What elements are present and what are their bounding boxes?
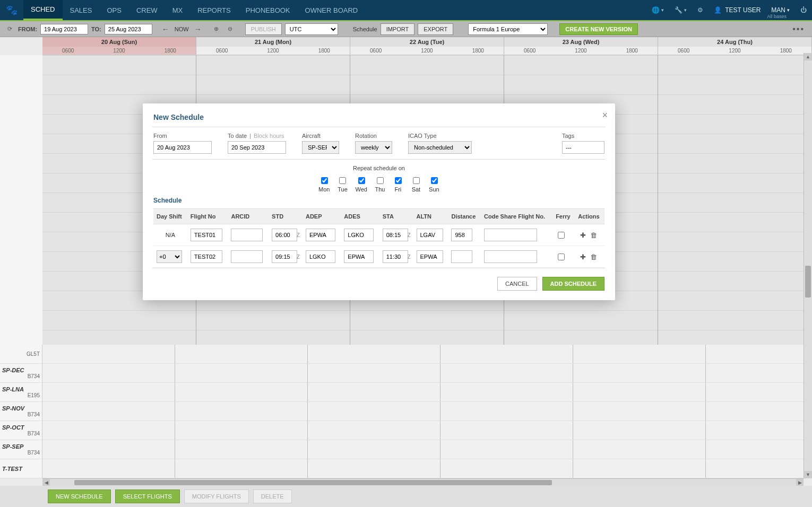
nav-reports[interactable]: REPORTS	[190, 0, 238, 20]
aircraft-lane[interactable]	[42, 402, 804, 421]
codeshare-input[interactable]	[484, 250, 537, 263]
man-menu[interactable]: MAN▾	[766, 6, 795, 14]
aircraft-lane[interactable]	[42, 421, 804, 440]
toolbar: ⟳ FROM: TO: ← NOW → ⊕ ⊖ PUBLISH UTC Sche…	[0, 21, 812, 37]
next-arrow-icon[interactable]: →	[194, 25, 202, 33]
aircraft-lane[interactable]	[42, 345, 804, 364]
aircraft-lane[interactable]	[42, 364, 804, 383]
day-checkbox-tue[interactable]	[339, 177, 346, 184]
aircraft-row[interactable]: SP-LNAE195	[0, 383, 42, 402]
day-sat[interactable]: Sat	[411, 176, 421, 193]
user-menu[interactable]: 👤 TEST USER	[709, 6, 766, 14]
publish-button[interactable]: PUBLISH	[245, 23, 282, 35]
modal-from-input[interactable]	[153, 141, 212, 154]
from-date-input[interactable]	[40, 24, 88, 34]
timezone-select[interactable]: UTC	[285, 23, 338, 35]
day-thu[interactable]: Thu	[375, 176, 385, 193]
add-schedule-button[interactable]: ADD SCHEDULE	[542, 277, 604, 291]
ferry-checkbox[interactable]	[558, 254, 565, 260]
vertical-scrollbar[interactable]: ▲ ▼	[804, 53, 812, 478]
rotation-select[interactable]: weekly	[355, 141, 392, 154]
delete-row-icon[interactable]: 🗑	[588, 231, 599, 239]
power-icon[interactable]: ⏻	[795, 0, 812, 20]
aircraft-row[interactable]: T-TEST	[0, 459, 42, 478]
codeshare-input[interactable]	[484, 229, 537, 241]
aircraft-row[interactable]: SP-NOVB734	[0, 402, 42, 421]
gear-icon[interactable]: ⚙	[692, 0, 709, 20]
nav-phonebook[interactable]: PHONEBOOK	[238, 0, 298, 20]
close-icon[interactable]: ×	[602, 110, 608, 121]
tags-input[interactable]	[562, 141, 604, 154]
nav-crew[interactable]: CREW	[129, 0, 165, 20]
to-date-input[interactable]	[105, 24, 152, 34]
aircraft-row[interactable]: GL5T	[0, 345, 42, 364]
day-label: Tue	[337, 186, 348, 193]
delete-button[interactable]: DELETE	[253, 489, 292, 503]
nav-ops[interactable]: OPS	[99, 0, 128, 20]
now-button[interactable]: NOW	[172, 26, 191, 32]
import-button[interactable]: IMPORT	[381, 23, 415, 35]
aircraft-row[interactable]: SP-DECB734	[0, 364, 42, 383]
day-mon[interactable]: Mon	[318, 176, 330, 193]
arcid-input[interactable]	[231, 250, 263, 263]
day-checkbox-wed[interactable]	[358, 177, 365, 184]
ades-input[interactable]	[344, 250, 374, 263]
day-checkbox-sun[interactable]	[431, 177, 438, 184]
day-sun[interactable]: Sun	[429, 176, 439, 193]
aircraft-lane[interactable]	[42, 440, 804, 459]
sta-input[interactable]	[383, 250, 408, 263]
aircraft-row[interactable]: SP-OCTB734	[0, 421, 42, 440]
distance-input[interactable]	[451, 229, 472, 241]
aircraft-row[interactable]: SP-SEPB734	[0, 440, 42, 459]
wrench-icon[interactable]: 🔧▾	[669, 0, 692, 20]
refresh-icon[interactable]: ⟳	[4, 24, 15, 34]
aircraft-select[interactable]: SP-SEP	[302, 141, 339, 154]
export-button[interactable]: EXPORT	[418, 23, 453, 35]
ades-input[interactable]	[344, 229, 374, 241]
logo-icon[interactable]: 🐾	[0, 0, 23, 20]
aircraft-lane[interactable]	[42, 383, 804, 402]
flightno-input[interactable]	[191, 229, 222, 241]
adep-input[interactable]	[306, 250, 335, 263]
distance-input[interactable]	[451, 250, 472, 263]
ferry-checkbox[interactable]	[558, 232, 565, 239]
select-flights-button[interactable]: SELECT FLIGHTS	[115, 489, 180, 503]
arcid-input[interactable]	[231, 229, 263, 241]
new-schedule-button[interactable]: NEW SCHEDULE	[48, 489, 111, 503]
nav-sched[interactable]: SCHED	[23, 0, 63, 20]
day-wed[interactable]: Wed	[355, 176, 367, 193]
aircraft-lane[interactable]	[42, 459, 804, 478]
globe-icon[interactable]: 🌐▾	[646, 0, 669, 20]
add-row-icon[interactable]: ✚	[578, 231, 588, 239]
cancel-button[interactable]: CANCEL	[497, 277, 537, 291]
nav-mx[interactable]: MX	[165, 0, 191, 20]
dayshift-select[interactable]: +0	[157, 250, 182, 263]
create-version-button[interactable]: CREATE NEW VERSION	[559, 23, 638, 35]
adep-input[interactable]	[306, 229, 335, 241]
altn-input[interactable]	[417, 229, 443, 241]
std-input[interactable]	[272, 229, 297, 241]
flightno-input[interactable]	[191, 250, 222, 263]
day-checkbox-sat[interactable]	[413, 177, 420, 184]
icao-select[interactable]: Non-scheduled	[408, 141, 472, 154]
sta-input[interactable]	[383, 229, 408, 241]
prev-arrow-icon[interactable]: ←	[162, 25, 169, 33]
version-select[interactable]: Formula 1 Europe	[468, 23, 548, 35]
day-tue[interactable]: Tue	[337, 176, 348, 193]
more-icon[interactable]: •••	[792, 24, 808, 34]
delete-row-icon[interactable]: 🗑	[588, 253, 599, 261]
modify-flights-button[interactable]: MODIFY FLIGHTS	[184, 489, 249, 503]
std-input[interactable]	[272, 250, 297, 263]
day-checkbox-thu[interactable]	[377, 177, 384, 184]
add-row-icon[interactable]: ✚	[578, 253, 588, 261]
day-checkbox-fri[interactable]	[395, 177, 402, 184]
horizontal-scrollbar[interactable]: ◀ ▶	[42, 478, 804, 486]
modal-to-input[interactable]	[228, 141, 286, 154]
altn-input[interactable]	[417, 250, 443, 263]
nav-sales[interactable]: SALES	[63, 0, 100, 20]
zoom-out-icon[interactable]: ⊖	[225, 24, 236, 34]
day-checkbox-mon[interactable]	[321, 177, 328, 184]
day-fri[interactable]: Fri	[393, 176, 403, 193]
zoom-in-icon[interactable]: ⊕	[211, 24, 222, 34]
nav-owner-board[interactable]: OWNER BOARD	[298, 0, 366, 20]
